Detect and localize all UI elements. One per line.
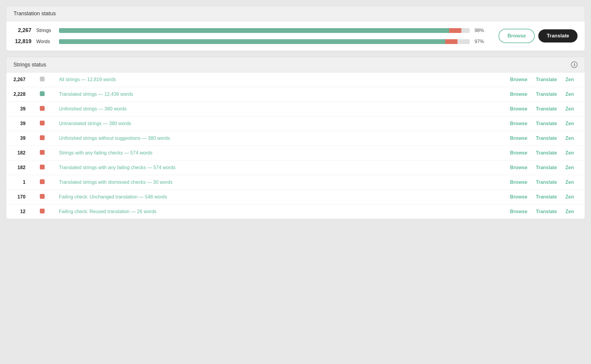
status-dot	[40, 209, 45, 213]
row-browse-button[interactable]: Browse	[510, 194, 531, 200]
strings-progress-bar	[59, 28, 470, 33]
strings-percent: 98%	[475, 28, 487, 33]
row-description: Strings with any failing checks — 574 wo…	[52, 146, 380, 160]
row-count: 182	[6, 146, 33, 160]
row-actions: Browse Translate Zen	[380, 87, 585, 102]
translate-button[interactable]: Translate	[538, 29, 578, 43]
row-count: 170	[6, 190, 33, 204]
table-row: 2,228 Translated strings — 12,439 words …	[6, 87, 585, 102]
row-count: 2,267	[6, 72, 33, 87]
words-progress-green	[59, 39, 445, 44]
table-row: 2,267 All strings — 12,819 words Browse …	[6, 72, 585, 87]
row-zen-button[interactable]: Zen	[562, 194, 578, 200]
status-dot	[40, 150, 45, 155]
words-stat-row: 12,819 Words 97%	[13, 38, 487, 45]
row-dot	[33, 190, 52, 204]
row-description: Failing check: Reused translation — 26 w…	[52, 204, 380, 219]
row-zen-button[interactable]: Zen	[562, 136, 578, 141]
row-translate-button[interactable]: Translate	[532, 106, 560, 112]
row-translate-button[interactable]: Translate	[532, 136, 560, 141]
strings-progress-red	[449, 28, 461, 33]
row-dot	[33, 102, 52, 116]
browse-button[interactable]: Browse	[498, 29, 535, 43]
row-description: Failing check: Unchanged translation — 5…	[52, 190, 380, 204]
row-zen-button[interactable]: Zen	[562, 121, 578, 126]
row-translate-button[interactable]: Translate	[532, 150, 560, 156]
info-icon[interactable]: ℹ	[571, 61, 578, 68]
row-translate-button[interactable]: Translate	[532, 92, 560, 97]
row-browse-button[interactable]: Browse	[510, 180, 531, 185]
row-count: 39	[6, 116, 33, 131]
status-dot	[40, 121, 45, 125]
row-browse-button[interactable]: Browse	[510, 150, 531, 156]
row-translate-button[interactable]: Translate	[532, 121, 560, 126]
status-dot	[40, 106, 45, 111]
row-actions: Browse Translate Zen	[380, 102, 585, 116]
strings-status-table: 2,267 All strings — 12,819 words Browse …	[6, 72, 585, 219]
row-browse-button[interactable]: Browse	[510, 209, 531, 214]
row-zen-button[interactable]: Zen	[562, 150, 578, 156]
row-zen-button[interactable]: Zen	[562, 92, 578, 97]
row-browse-button[interactable]: Browse	[510, 92, 531, 97]
words-progress-bar	[59, 39, 470, 44]
translation-status-card: Translation status 2,267 Strings 98% 12,…	[6, 6, 585, 51]
table-row: 39 Untranslated strings — 380 words Brow…	[6, 116, 585, 131]
row-browse-button[interactable]: Browse	[510, 121, 531, 126]
table-row: 39 Unfinished strings without suggestion…	[6, 131, 585, 146]
row-actions: Browse Translate Zen	[380, 160, 585, 175]
row-description: Untranslated strings — 380 words	[52, 116, 380, 131]
words-label: Words	[36, 39, 54, 44]
row-zen-button[interactable]: Zen	[562, 165, 578, 170]
row-count: 182	[6, 160, 33, 175]
row-description: All strings — 12,819 words	[52, 72, 380, 87]
strings-label: Strings	[36, 28, 54, 33]
row-translate-button[interactable]: Translate	[532, 194, 560, 200]
row-zen-button[interactable]: Zen	[562, 106, 578, 112]
status-dot	[40, 194, 45, 199]
row-dot	[33, 72, 52, 87]
status-dot	[40, 135, 45, 140]
row-translate-button[interactable]: Translate	[532, 77, 560, 82]
row-browse-button[interactable]: Browse	[510, 77, 531, 82]
row-description: Translated strings — 12,439 words	[52, 87, 380, 102]
translation-status-header: Translation status	[6, 6, 585, 21]
row-count: 39	[6, 131, 33, 146]
strings-stat-row: 2,267 Strings 98%	[13, 27, 487, 34]
table-row: 1 Translated strings with dismissed chec…	[6, 175, 585, 190]
row-zen-button[interactable]: Zen	[562, 209, 578, 214]
row-actions: Browse Translate Zen	[380, 116, 585, 131]
row-browse-button[interactable]: Browse	[510, 106, 531, 112]
row-count: 2,228	[6, 87, 33, 102]
row-description: Translated strings with dismissed checks…	[52, 175, 380, 190]
row-translate-button[interactable]: Translate	[532, 180, 560, 185]
translation-status-actions: Browse Translate	[498, 29, 578, 43]
row-translate-button[interactable]: Translate	[532, 209, 560, 214]
row-count: 39	[6, 102, 33, 116]
row-translate-button[interactable]: Translate	[532, 165, 560, 170]
table-row: 182 Strings with any failing checks — 57…	[6, 146, 585, 160]
row-zen-button[interactable]: Zen	[562, 77, 578, 82]
strings-count: 2,267	[13, 27, 31, 34]
row-actions: Browse Translate Zen	[380, 204, 585, 219]
table-row: 170 Failing check: Unchanged translation…	[6, 190, 585, 204]
row-browse-button[interactable]: Browse	[510, 165, 531, 170]
row-dot	[33, 116, 52, 131]
row-dot	[33, 204, 52, 219]
row-zen-button[interactable]: Zen	[562, 180, 578, 185]
translation-status-title: Translation status	[13, 10, 56, 17]
row-count: 12	[6, 204, 33, 219]
row-description: Unfinished strings without suggestions —…	[52, 131, 380, 146]
table-row: 182 Translated strings with any failing …	[6, 160, 585, 175]
row-actions: Browse Translate Zen	[380, 131, 585, 146]
strings-status-header: Strings status ℹ	[6, 57, 585, 72]
words-progress-red	[445, 39, 457, 44]
status-dot	[40, 91, 45, 96]
status-dot	[40, 77, 45, 81]
strings-progress-green	[59, 28, 449, 33]
status-dot	[40, 165, 45, 169]
row-dot	[33, 175, 52, 190]
row-browse-button[interactable]: Browse	[510, 136, 531, 141]
words-percent: 97%	[475, 39, 487, 44]
translation-status-body: 2,267 Strings 98% 12,819 Words 97%	[6, 21, 585, 51]
strings-status-title: Strings status	[13, 62, 46, 68]
